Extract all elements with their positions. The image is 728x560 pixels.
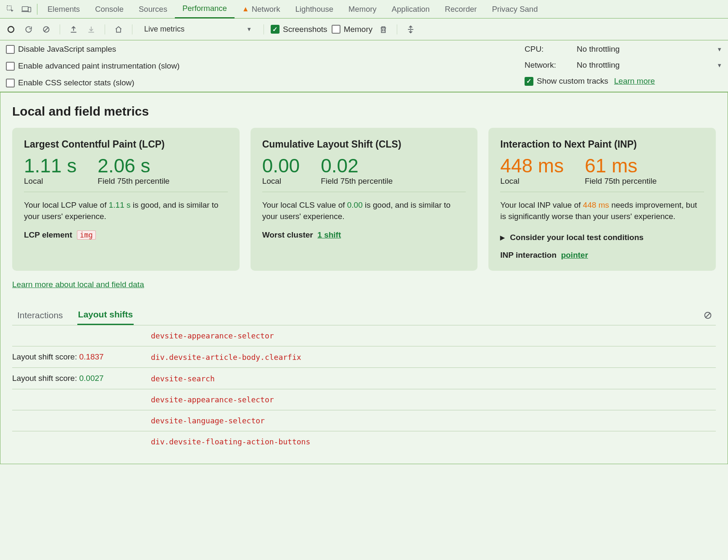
tab-interactions[interactable]: Interactions bbox=[16, 306, 64, 325]
shift-node[interactable]: devsite-appearance-selector bbox=[151, 331, 274, 340]
record-icon[interactable] bbox=[4, 23, 18, 36]
svg-point-4 bbox=[8, 26, 14, 32]
tab-elements[interactable]: Elements bbox=[40, 0, 87, 18]
lcp-element-tag[interactable]: img bbox=[77, 230, 96, 240]
download-icon[interactable] bbox=[84, 23, 98, 36]
chevron-down-icon: ▼ bbox=[246, 26, 252, 32]
cls-description: Your local CLS value of 0.00 is good, an… bbox=[262, 200, 466, 222]
divider bbox=[262, 192, 466, 192]
shift-node[interactable]: devsite-search bbox=[151, 374, 215, 383]
chevron-down-icon: ▼ bbox=[717, 62, 722, 69]
checked-icon: ✓ bbox=[525, 77, 533, 86]
tab-recorder[interactable]: Recorder bbox=[437, 0, 484, 18]
perf-toolbar: Live metrics ▼ ✓ Screenshots Memory bbox=[0, 18, 728, 40]
warning-icon: ▲ bbox=[242, 5, 249, 13]
unchecked-icon bbox=[6, 79, 15, 87]
lcp-field-label: Field 75th percentile bbox=[98, 177, 169, 186]
tab-network[interactable]: ▲ Network bbox=[235, 0, 288, 18]
divider bbox=[264, 24, 264, 34]
css-stats-checkbox[interactable]: Enable CSS selector stats (slow) bbox=[6, 78, 525, 87]
tab-network-label: Network bbox=[252, 5, 280, 14]
cls-local-value: 0.00 bbox=[262, 156, 300, 175]
divider bbox=[60, 24, 60, 34]
disable-js-checkbox[interactable]: Disable JavaScript samples bbox=[6, 45, 525, 54]
inp-description: Your local INP value of 448 ms needs imp… bbox=[500, 200, 704, 222]
perf-settings: Disable JavaScript samples Enable advanc… bbox=[0, 40, 728, 92]
inp-expand-label: Consider your local test conditions bbox=[510, 233, 644, 242]
shift-row[interactable]: div.devsite-floating-action-buttons bbox=[12, 431, 716, 452]
memory-label: Memory bbox=[344, 25, 373, 34]
tab-sources[interactable]: Sources bbox=[131, 0, 175, 18]
checked-icon: ✓ bbox=[271, 25, 280, 34]
cls-worst-label: Worst cluster bbox=[262, 230, 313, 239]
cls-worst-link[interactable]: 1 shift bbox=[317, 230, 341, 239]
shift-row[interactable]: devsite-appearance-selector bbox=[12, 389, 716, 410]
cls-local-label: Local bbox=[262, 177, 300, 186]
inp-interaction-link[interactable]: pointer bbox=[561, 251, 588, 259]
tab-application[interactable]: Application bbox=[384, 0, 438, 18]
learn-field-data-link[interactable]: Learn more about local and field data bbox=[12, 280, 144, 289]
clear-icon[interactable] bbox=[40, 23, 53, 36]
svg-rect-3 bbox=[28, 7, 31, 12]
learn-more-link[interactable]: Learn more bbox=[614, 77, 655, 86]
shift-score-label: Layout shift score: bbox=[12, 374, 79, 383]
shift-row[interactable]: devsite-language-selector bbox=[12, 410, 716, 431]
svg-line-6 bbox=[44, 27, 48, 32]
inp-field-label: Field 75th percentile bbox=[585, 177, 657, 186]
inp-expand-conditions[interactable]: ▶ Consider your local test conditions bbox=[500, 233, 704, 242]
tab-console[interactable]: Console bbox=[87, 0, 131, 18]
shift-node[interactable]: devsite-language-selector bbox=[151, 416, 265, 425]
tab-performance[interactable]: Performance bbox=[175, 0, 235, 18]
screenshots-label: Screenshots bbox=[283, 25, 327, 34]
device-toolbar-icon[interactable] bbox=[19, 2, 34, 16]
advanced-paint-checkbox[interactable]: Enable advanced paint instrumentation (s… bbox=[6, 61, 525, 71]
shift-score-label: Layout shift score: bbox=[12, 352, 79, 361]
shift-node[interactable]: div.devsite-floating-action-buttons bbox=[151, 437, 310, 446]
memory-checkbox[interactable]: Memory bbox=[332, 25, 373, 34]
upload-icon[interactable] bbox=[67, 23, 80, 36]
cls-title: Cumulative Layout Shift (CLS) bbox=[262, 139, 466, 150]
gc-icon[interactable] bbox=[377, 23, 390, 36]
inspect-icon[interactable] bbox=[3, 2, 18, 16]
unchecked-icon bbox=[6, 45, 15, 54]
network-throttling-select[interactable]: No throttling ▼ bbox=[577, 61, 722, 70]
tab-layout-shifts[interactable]: Layout shifts bbox=[77, 305, 134, 325]
triangle-right-icon: ▶ bbox=[500, 234, 505, 241]
tab-privacy[interactable]: Privacy Sand bbox=[484, 0, 545, 18]
cls-field-value: 0.02 bbox=[321, 156, 393, 175]
inp-card: Interaction to Next Paint (INP) 448 ms L… bbox=[488, 128, 716, 271]
cpu-label: CPU: bbox=[525, 45, 571, 54]
cpu-throttling-select[interactable]: No throttling ▼ bbox=[577, 45, 722, 54]
lcp-local-label: Local bbox=[24, 177, 76, 186]
inp-local-value: 448 ms bbox=[500, 156, 564, 175]
shortcuts-icon[interactable] bbox=[404, 23, 417, 36]
divider bbox=[500, 192, 704, 192]
lcp-local-value: 1.11 s bbox=[24, 156, 76, 175]
shift-score-value: 0.1837 bbox=[79, 352, 103, 361]
shift-node[interactable]: div.devsite-article-body.clearfix bbox=[151, 353, 301, 362]
home-icon[interactable] bbox=[112, 23, 125, 36]
shift-node[interactable]: devsite-appearance-selector bbox=[151, 395, 274, 404]
lcp-title: Largest Contentful Paint (LCP) bbox=[24, 139, 228, 150]
clear-log-icon[interactable] bbox=[703, 311, 712, 320]
advanced-paint-label: Enable advanced paint instrumentation (s… bbox=[18, 61, 179, 71]
shift-row[interactable]: Layout shift score: 0.1837 div.devsite-a… bbox=[12, 346, 716, 368]
layout-shift-table: devsite-appearance-selector Layout shift… bbox=[12, 325, 716, 452]
custom-tracks-label: Show custom tracks bbox=[537, 77, 608, 86]
tab-lighthouse[interactable]: Lighthouse bbox=[288, 0, 341, 18]
unchecked-icon bbox=[6, 62, 15, 71]
cls-worst-row: Worst cluster 1 shift bbox=[262, 230, 466, 240]
screenshots-checkbox[interactable]: ✓ Screenshots bbox=[271, 25, 327, 34]
inp-field-value: 61 ms bbox=[585, 156, 657, 175]
lcp-card: Largest Contentful Paint (LCP) 1.11 s Lo… bbox=[12, 128, 240, 271]
custom-tracks-checkbox[interactable]: ✓ Show custom tracks bbox=[525, 77, 608, 86]
lcp-element-label: LCP element bbox=[24, 230, 72, 239]
cpu-value: No throttling bbox=[577, 45, 620, 54]
page-title: Local and field metrics bbox=[12, 104, 716, 119]
shift-row[interactable]: Layout shift score: 0.0027 devsite-searc… bbox=[12, 368, 716, 389]
tab-memory[interactable]: Memory bbox=[341, 0, 384, 18]
shift-row[interactable]: devsite-appearance-selector bbox=[12, 325, 716, 346]
reload-record-icon[interactable] bbox=[22, 23, 35, 36]
perf-history-dropdown[interactable]: Live metrics ▼ bbox=[139, 22, 257, 37]
divider bbox=[24, 192, 228, 192]
